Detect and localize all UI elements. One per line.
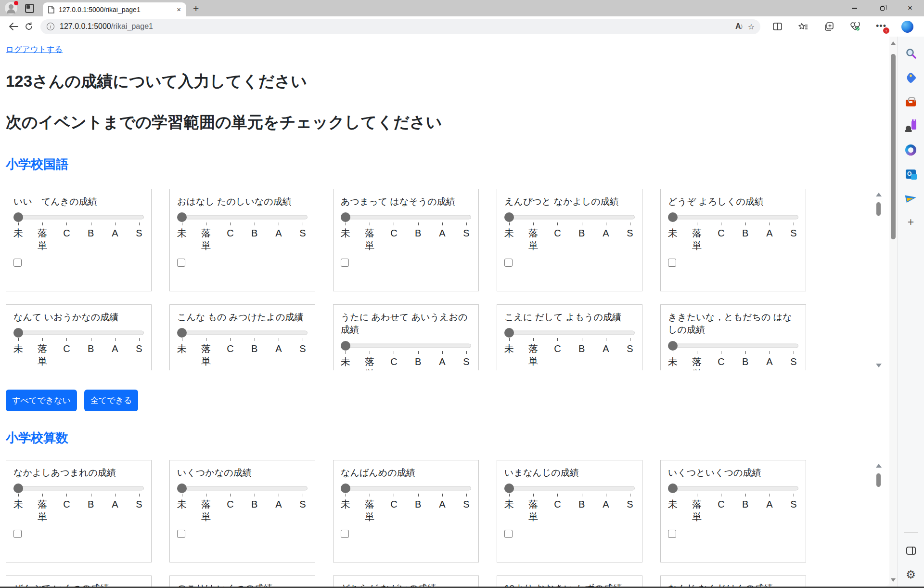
unit-checkbox[interactable] — [341, 530, 349, 538]
unit-title: ぜんぶで いくつの成績 — [13, 582, 144, 587]
minimize-button[interactable] — [840, 0, 868, 16]
grade-slider[interactable] — [177, 483, 308, 493]
tick-mark — [18, 338, 19, 341]
section-scroll-area[interactable]: いい てんきの成績未落単CBASおはなし たのしいなの成績未落単CBASあつまっ… — [6, 189, 883, 370]
unit-checkbox[interactable] — [668, 259, 676, 267]
slider-thumb[interactable] — [177, 328, 187, 338]
grade-slider[interactable] — [177, 212, 308, 222]
slider-thumb[interactable] — [668, 212, 678, 222]
scroll-up-arrow-icon[interactable] — [891, 41, 896, 45]
restore-button[interactable] — [868, 0, 896, 16]
grade-slider[interactable] — [177, 328, 308, 338]
scroll-up-arrow-icon[interactable] — [876, 193, 882, 196]
tab-activity-icon[interactable] — [25, 4, 34, 13]
scroll-up-arrow-icon[interactable] — [876, 464, 882, 468]
favorites-icon[interactable] — [796, 19, 810, 34]
grade-slider[interactable] — [13, 212, 144, 222]
unit-title: のこりは いくつの成績 — [177, 582, 308, 587]
slider-ticks — [177, 222, 308, 226]
unit-card: ぜんぶで いくつの成績未落単CBAS — [6, 575, 152, 587]
slider-thumb[interactable] — [341, 341, 350, 351]
unit-checkbox[interactable] — [177, 259, 185, 267]
site-info-icon[interactable]: i — [47, 23, 54, 30]
slider-thumb[interactable] — [177, 483, 187, 493]
more-menu-icon[interactable]: ••• ↑ — [874, 19, 888, 34]
scrollbar-thumb[interactable] — [876, 473, 881, 487]
grade-slider[interactable] — [504, 328, 635, 338]
split-screen-icon[interactable] — [770, 19, 784, 34]
browser-essentials-icon[interactable] — [848, 19, 862, 34]
grade-slider[interactable] — [13, 328, 144, 338]
add-sidebar-icon[interactable]: + — [905, 216, 917, 228]
slider-thumb[interactable] — [668, 341, 678, 351]
slider-thumb[interactable] — [341, 212, 350, 222]
scrollbar-thumb[interactable] — [876, 202, 881, 216]
profile-avatar[interactable] — [5, 2, 17, 14]
tab-close-icon[interactable]: × — [175, 5, 182, 13]
games-icon[interactable] — [905, 119, 917, 132]
read-aloud-icon[interactable]: A) — [735, 22, 743, 31]
slider-thumb[interactable] — [504, 328, 514, 338]
grade-label: B — [742, 227, 748, 239]
tick-mark — [394, 222, 394, 225]
unit-checkbox[interactable] — [504, 259, 513, 267]
url-text: 127.0.0.1:5000/rikai_page1 — [60, 22, 153, 31]
scroll-down-arrow-icon[interactable] — [876, 364, 882, 367]
grade-label: 未 — [177, 498, 187, 510]
copilot-icon[interactable] — [900, 19, 914, 34]
back-button[interactable] — [6, 19, 21, 34]
section-scroll-area[interactable]: なかよしあつまれの成績未落単CBASいくつかなの成績未落単CBASなんばんめの成… — [6, 460, 883, 587]
unit-checkbox[interactable] — [13, 530, 22, 538]
slider-thumb[interactable] — [13, 212, 23, 222]
outlook-icon[interactable] — [905, 168, 917, 180]
grade-label: A — [766, 356, 772, 368]
unit-checkbox[interactable] — [177, 530, 185, 538]
slider-thumb[interactable] — [341, 483, 350, 493]
microsoft365-icon[interactable] — [905, 144, 917, 156]
grade-slider[interactable] — [668, 483, 798, 493]
unit-checkbox[interactable] — [13, 259, 22, 267]
scrollbar-thumb[interactable] — [891, 54, 896, 239]
address-bar[interactable]: i 127.0.0.1:5000/rikai_page1 A) ☆ — [40, 19, 760, 34]
toolbox-icon[interactable] — [905, 95, 917, 108]
all-cannot-button[interactable]: すべてできない — [6, 390, 77, 411]
grade-slider[interactable] — [668, 341, 798, 351]
grade-label: B — [251, 343, 257, 355]
grade-slider[interactable] — [13, 483, 144, 493]
tick-mark — [66, 338, 67, 341]
unit-checkbox[interactable] — [504, 530, 513, 538]
slider-thumb[interactable] — [668, 483, 678, 493]
sidebar-panel-icon[interactable] — [905, 544, 917, 557]
tick-mark — [91, 338, 91, 341]
grade-slider[interactable] — [504, 483, 635, 493]
settings-icon[interactable]: ⚙ — [905, 568, 917, 581]
slider-thumb[interactable] — [13, 328, 23, 338]
refresh-button[interactable] — [21, 19, 37, 34]
slider-thumb[interactable] — [177, 212, 187, 222]
slider-track — [341, 215, 471, 220]
slider-thumb[interactable] — [504, 483, 514, 493]
unit-checkbox[interactable] — [668, 530, 676, 538]
grade-slider[interactable] — [341, 341, 471, 351]
close-button[interactable]: × — [896, 0, 924, 16]
unit-title: どちらが ながいの成績 — [341, 582, 471, 587]
shopping-icon[interactable] — [905, 71, 917, 84]
all-can-button[interactable]: 全てできる — [84, 390, 139, 411]
grade-slider[interactable] — [341, 212, 471, 222]
drop-icon[interactable] — [905, 192, 917, 204]
favorite-star-icon[interactable]: ☆ — [748, 22, 755, 31]
scroll-down-arrow-icon[interactable] — [891, 578, 896, 582]
grade-slider[interactable] — [341, 483, 471, 493]
grade-slider[interactable] — [504, 212, 635, 222]
logout-link[interactable]: ログアウトする — [6, 44, 63, 55]
grade-slider[interactable] — [668, 212, 798, 222]
page-scrollbar[interactable] — [889, 37, 897, 587]
slider-thumb[interactable] — [504, 212, 514, 222]
collections-icon[interactable] — [822, 19, 836, 34]
slider-thumb[interactable] — [13, 483, 23, 493]
search-icon[interactable] — [905, 47, 917, 60]
unit-checkbox[interactable] — [341, 259, 349, 267]
unit-title: なんばんめの成績 — [341, 467, 471, 480]
active-tab[interactable]: 127.0.0.1:5000/rikai_page1 × — [43, 2, 186, 16]
new-tab-button[interactable]: + — [193, 3, 199, 13]
